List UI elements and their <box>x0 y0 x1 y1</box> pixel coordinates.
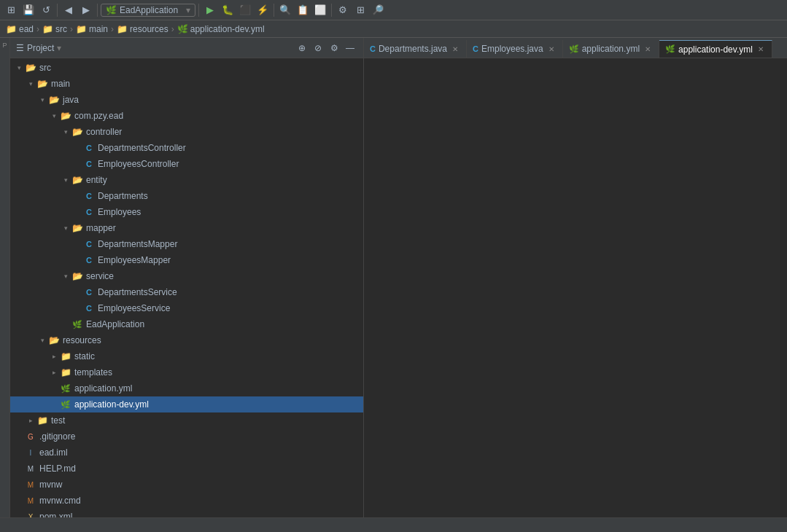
tree-item-controller[interactable]: 📂controller <box>10 124 363 140</box>
tab-close-btn[interactable]: ✕ <box>643 44 653 54</box>
tree-item-main[interactable]: 📂main <box>10 76 363 92</box>
toolbar-save[interactable]: 💾 <box>20 2 36 18</box>
sidebar-project-icon[interactable]: P <box>1 41 9 50</box>
editor-content[interactable] <box>364 58 787 517</box>
toolbar-back[interactable]: ◀ <box>61 2 77 18</box>
tree-item-label: EmployeesService <box>98 303 170 313</box>
tree-item-application.yml[interactable]: 🌿application.yml <box>10 380 363 396</box>
breadcrumb-src[interactable]: 📁 src <box>42 24 67 34</box>
folder-open-icon: 📂 <box>48 94 60 106</box>
tree-item-entity[interactable]: 📂entity <box>10 172 363 188</box>
tree-item-departmentsmapper[interactable]: CDepartmentsMapper <box>10 236 363 252</box>
toolbar-debug[interactable]: 🐛 <box>220 2 236 18</box>
toolbar-build[interactable]: ⚡ <box>255 2 271 18</box>
tree-item-resources[interactable]: 📂resources <box>10 332 363 348</box>
folder-open-icon: 📂 <box>71 174 83 186</box>
tree-expand-arrow[interactable] <box>36 335 48 346</box>
tree-item-test[interactable]: 📁test <box>10 412 363 429</box>
toolbar-find[interactable]: 🔍 <box>277 2 293 18</box>
tree-item-departmentscontroller[interactable]: CDepartmentsController <box>10 140 363 156</box>
tree-item-eadapplication[interactable]: 🌿EadApplication <box>10 316 363 332</box>
panel-collapse-btn[interactable]: ⊘ <box>311 41 325 55</box>
tree-expand-arrow[interactable] <box>48 110 60 122</box>
tree-item-com.pzy.ead[interactable]: 📂com.pzy.ead <box>10 108 363 124</box>
tab-close-btn[interactable]: ✕ <box>546 44 557 54</box>
toolbar-icon-grid[interactable]: ⊞ <box>3 2 19 18</box>
tree-item-static[interactable]: 📁static <box>10 348 363 364</box>
tree-item-mvnw.cmd[interactable]: Mmvnw.cmd <box>10 493 363 509</box>
tree-item-label: ead.iml <box>39 447 68 458</box>
toolbar-run[interactable]: ▶ <box>202 2 218 18</box>
panel-locate-btn[interactable]: ⊕ <box>295 41 309 55</box>
tab-employees-java[interactable]: C Employees.java ✕ <box>467 40 563 58</box>
tab-departments-java[interactable]: C Departments.java ✕ <box>364 40 467 58</box>
tree-item-.gitignore[interactable]: G.gitignore <box>10 429 363 445</box>
breadcrumb-label-ead: ead <box>19 24 34 34</box>
tree-item-java[interactable]: 📂java <box>10 92 363 108</box>
breadcrumb-ead[interactable]: 📁 ead <box>6 24 34 34</box>
tree-expand-arrow[interactable] <box>13 62 25 74</box>
breadcrumb-sep-1: › <box>36 24 39 34</box>
tree-expand-arrow[interactable] <box>60 270 71 282</box>
panel-hide-btn[interactable]: — <box>343 41 357 55</box>
tree-item-application-dev.yml[interactable]: 🌿application-dev.yml <box>10 396 363 412</box>
tree-item-label: java <box>63 95 79 105</box>
tab-application-yml[interactable]: 🌿 application.yml ✕ <box>563 40 659 58</box>
breadcrumb-resources[interactable]: 📁 resources <box>117 24 168 34</box>
breadcrumb-file[interactable]: 🌿 application-dev.yml <box>177 24 265 34</box>
tree-item-ead.iml[interactable]: Iead.iml <box>10 445 363 461</box>
toolbar-settings[interactable]: ⚙ <box>335 2 351 18</box>
tree-expand-arrow[interactable] <box>36 94 48 106</box>
sep2 <box>97 4 98 17</box>
tree-expand-arrow[interactable] <box>60 174 71 186</box>
app-selector[interactable]: 🌿 EadApplication ▾ <box>101 4 195 17</box>
folder-icon-src: 📁 <box>42 24 53 34</box>
tree-item-label: application-dev.yml <box>74 399 149 410</box>
toolbar-stop[interactable]: ⬛ <box>237 2 253 18</box>
tree-item-label: DepartmentsController <box>98 143 186 153</box>
toolbar-vcs[interactable]: 📋 <box>295 2 311 18</box>
toolbar-share[interactable]: ⊞ <box>352 2 368 18</box>
tab-close-btn[interactable]: ✕ <box>756 44 766 55</box>
tree-item-label: controller <box>86 127 122 137</box>
tree-item-mvnw[interactable]: Mmvnw <box>10 477 363 493</box>
tree-expand-arrow[interactable] <box>60 126 71 138</box>
tab-close-btn[interactable]: ✕ <box>450 44 460 54</box>
java-class-icon: C <box>83 158 95 170</box>
breadcrumb-main[interactable]: 📁 main <box>76 24 108 34</box>
tree-item-departmentsservice[interactable]: CDepartmentsService <box>10 284 363 300</box>
tree-item-label: com.pzy.ead <box>74 111 123 121</box>
tree-item-service[interactable]: 📂service <box>10 268 363 284</box>
tree-item-src[interactable]: 📂src <box>10 60 363 76</box>
folder-open-icon: 📂 <box>71 126 83 138</box>
tree-item-label: HELP.md <box>39 463 76 474</box>
tree-item-label: DepartmentsService <box>98 287 177 297</box>
tree-expand-arrow[interactable] <box>48 367 60 378</box>
tab-application-dev-yml[interactable]: 🌿 application-dev.yml ✕ <box>659 40 772 58</box>
java-class-icon: C <box>83 142 95 154</box>
tree-item-departments[interactable]: CDepartments <box>10 188 363 204</box>
tree-expand-arrow[interactable] <box>25 415 36 426</box>
folder-open-icon: 📂 <box>48 335 60 346</box>
tree-item-mapper[interactable]: 📂mapper <box>10 220 363 236</box>
tree-item-templates[interactable]: 📁templates <box>10 364 363 380</box>
tree-item-employees[interactable]: CEmployees <box>10 204 363 220</box>
project-panel: ☰ Project ▾ ⊕ ⊘ ⚙ — 📂src📂main📂java📂com.p… <box>10 38 364 517</box>
tree-item-employeesservice[interactable]: CEmployeesService <box>10 300 363 316</box>
breadcrumb: 📁 ead › 📁 src › 📁 main › 📁 resources › 🌿… <box>0 20 787 38</box>
tree-expand-arrow[interactable] <box>48 351 60 362</box>
toolbar-search[interactable]: 🔎 <box>370 2 386 18</box>
tree-expand-arrow[interactable] <box>60 222 71 234</box>
tree-item-help.md[interactable]: MHELP.md <box>10 461 363 477</box>
toolbar-terminal[interactable]: ⬜ <box>312 2 328 18</box>
tree-item-employeescontroller[interactable]: CEmployeesController <box>10 156 363 172</box>
iml-icon: I <box>25 447 36 458</box>
folder-icon: 📁 <box>60 367 71 378</box>
panel-settings-btn[interactable]: ⚙ <box>327 41 341 55</box>
toolbar-reload[interactable]: ↺ <box>38 2 54 18</box>
tree-item-employeesmapper[interactable]: CEmployeesMapper <box>10 252 363 268</box>
tree-expand-arrow[interactable] <box>25 78 36 90</box>
toolbar-forward[interactable]: ▶ <box>78 2 94 18</box>
tree-item-pom.xml[interactable]: Xpom.xml <box>10 509 363 517</box>
panel-title-arrow: ▾ <box>57 43 61 53</box>
